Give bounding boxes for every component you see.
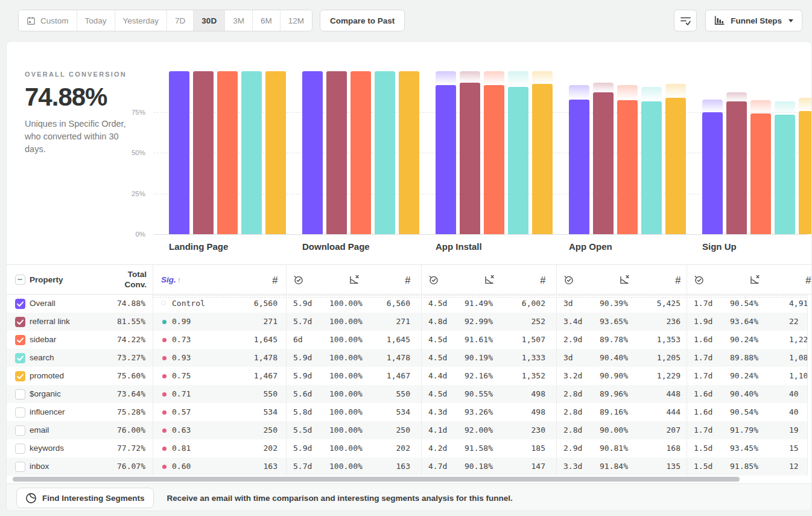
table-row[interactable]: $organic73.64%0.715505.6d100.00%5504.5d9… [7, 385, 811, 403]
significance-dot [162, 465, 167, 469]
funnel-bar[interactable] [702, 112, 723, 234]
step-time-to-convert: 3.2d [563, 367, 582, 385]
column-header-total-conv[interactable]: Total Conv. [108, 265, 147, 295]
date-range-30d[interactable]: 30D [193, 10, 224, 31]
horizontal-scrollbar [7, 476, 811, 483]
row-checkbox[interactable] [15, 371, 25, 381]
step-time-to-convert: 2.9d [563, 331, 582, 349]
compare-to-past-button[interactable]: Compare to Past [320, 10, 405, 31]
row-checkbox[interactable] [15, 317, 25, 327]
table-row[interactable]: promoted75.60%0.751,4675.9d100.00%1,4674… [7, 367, 811, 385]
step-count: 1,229 [617, 367, 680, 385]
funnel-bar[interactable] [750, 113, 771, 234]
table-row[interactable]: inbox76.07%0.601635.7d100.00%1634.7d90.1… [7, 457, 811, 476]
row-checkbox[interactable] [15, 299, 25, 309]
chart-type-label: Funnel Steps [731, 16, 782, 25]
row-checkbox[interactable] [15, 353, 25, 363]
column-header-count[interactable]: # [481, 265, 545, 295]
column-divider [687, 264, 687, 476]
funnel-bar[interactable] [799, 111, 812, 234]
funnel-bar[interactable] [217, 71, 238, 234]
date-range-3m[interactable]: 3M [224, 10, 252, 31]
funnel-bar[interactable] [617, 100, 638, 234]
dropoff-ghost-bar [484, 71, 504, 86]
total-conversion-value: 74.22% [96, 331, 145, 349]
step-conversion-rate: 90.24% [730, 367, 758, 385]
step-count: 135 [617, 457, 680, 476]
table-row[interactable]: keywords77.72%0.812025.9d100.00%2024.2d9… [7, 439, 811, 457]
sort-ascending-icon: ↑ [177, 276, 181, 284]
funnel-bar[interactable] [532, 84, 553, 234]
table-row[interactable]: sidebar74.22%0.731,6456d100.00%1,6454.5d… [7, 331, 811, 349]
funnel-bar[interactable] [460, 83, 480, 234]
step-time-to-convert: 5.9d [293, 349, 312, 367]
gridline [154, 234, 807, 235]
column-header-count[interactable]: # [346, 265, 410, 295]
column-header-time-to-convert[interactable] [694, 275, 704, 287]
column-header-time-to-convert[interactable] [428, 275, 439, 287]
funnel-bar[interactable] [665, 98, 686, 234]
row-checkbox[interactable] [15, 444, 25, 454]
funnel-bar[interactable] [508, 87, 528, 234]
funnel-bar[interactable] [569, 100, 589, 234]
funnel-bar[interactable] [350, 71, 371, 234]
row-checkbox[interactable] [15, 335, 25, 345]
funnel-bar[interactable] [484, 85, 504, 234]
funnel-bar[interactable] [241, 71, 262, 234]
funnel-bar[interactable] [726, 101, 747, 234]
funnel-bar[interactable] [193, 71, 214, 234]
column-header-significance[interactable]: Sig.↑ [161, 265, 181, 295]
date-range-6m[interactable]: 6M [252, 10, 280, 31]
funnel-bar[interactable] [399, 71, 419, 234]
significance-dot [162, 356, 167, 360]
step-conversion-rate: 93.45% [730, 439, 758, 457]
date-range-7d[interactable]: 7D [167, 10, 193, 31]
row-checkbox[interactable] [15, 407, 25, 418]
column-header-property[interactable]: Property [30, 265, 63, 295]
funnel-bar[interactable] [265, 71, 286, 234]
step-time-to-convert: 4.3d [428, 403, 447, 421]
horizontal-scrollbar-thumb[interactable] [13, 477, 740, 482]
chart-type-selector[interactable]: Funnel Steps [705, 10, 802, 31]
funnel-bar[interactable] [326, 71, 347, 234]
metric-options-button[interactable] [674, 10, 697, 31]
select-all-checkbox[interactable] [15, 275, 25, 285]
step-time-to-convert: 3.4d [563, 313, 582, 331]
date-range-12m[interactable]: 12M [280, 10, 312, 31]
funnel-bar[interactable] [593, 92, 614, 234]
step-conversion-rate: 89.88% [730, 349, 758, 367]
funnel-step-label: App Open [569, 241, 612, 252]
dropoff-ghost-bar [799, 98, 812, 112]
date-range-today[interactable]: Today [77, 10, 115, 31]
row-checkbox[interactable] [15, 462, 25, 472]
funnel-bar[interactable] [302, 71, 323, 234]
funnel-bar[interactable] [775, 115, 795, 234]
funnel-bar[interactable] [436, 85, 456, 234]
step-time-to-convert: 2.8d [563, 421, 582, 439]
column-header-count[interactable]: # [747, 265, 811, 295]
find-interesting-segments-button[interactable]: Find Interesting Segments [16, 488, 154, 508]
row-checkbox[interactable] [15, 389, 25, 400]
y-axis-tick-label: 0% [97, 229, 145, 239]
funnel-bar[interactable] [641, 101, 662, 234]
step-time-to-convert: 1.5d [694, 457, 712, 476]
step-conversion-rate: 91.85% [730, 457, 758, 476]
row-checkbox[interactable] [15, 425, 25, 436]
date-range-label: Yesterday [123, 16, 159, 25]
table-row[interactable]: email76.00%0.632505.5d100.00%2504.1d92.0… [7, 421, 811, 439]
column-header-count[interactable]: # [617, 265, 680, 295]
total-conversion-value: 76.07% [96, 457, 145, 476]
column-divider [556, 264, 557, 476]
table-row[interactable]: influencer75.28%0.575345.8d100.00%5344.3… [7, 403, 811, 421]
column-header-count-step1[interactable]: # [206, 265, 278, 295]
funnel-bar[interactable] [375, 71, 395, 234]
column-header-time-to-convert[interactable] [293, 275, 303, 287]
column-header-time-to-convert[interactable] [563, 275, 574, 287]
table-row[interactable]: search73.27%0.931,4785.9d100.00%1,4784.5… [7, 349, 811, 367]
date-range-yesterday[interactable]: Yesterday [115, 10, 167, 31]
table-row[interactable]: referral link81.55%0.992715.7d100.00%271… [7, 313, 811, 331]
date-range-custom[interactable]: Custom [19, 10, 77, 31]
funnel-bar[interactable] [169, 71, 189, 234]
step-count: 1,352 [481, 367, 545, 385]
total-conversion-value: 77.72% [96, 439, 145, 457]
